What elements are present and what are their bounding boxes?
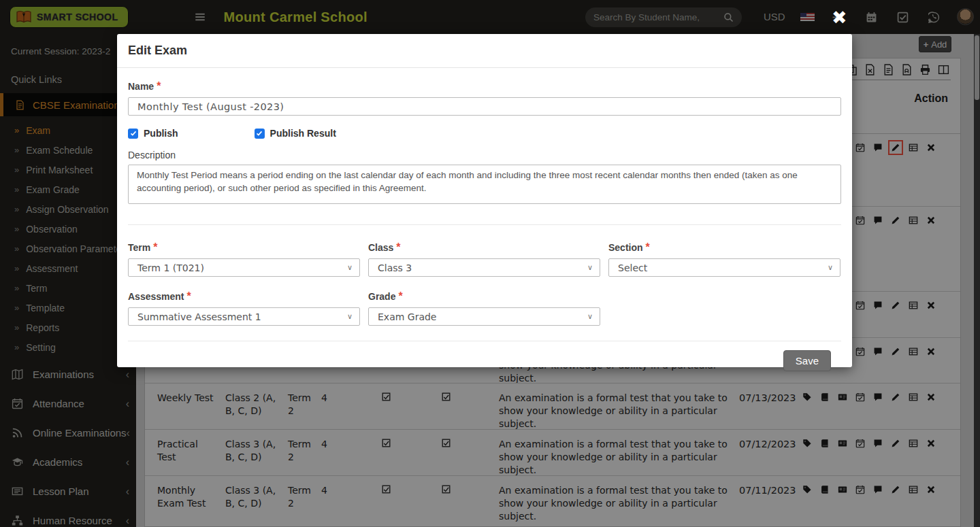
modal-header: Edit Exam <box>117 34 852 68</box>
class-select[interactable]: Class 3∨ <box>368 258 600 277</box>
chevron-down-icon: ∨ <box>347 263 353 272</box>
modal-body: Name* Publish Publish Result Description… <box>117 68 852 380</box>
description-field[interactable]: Monthly Test Period means a period endin… <box>128 165 841 204</box>
check-icon <box>130 130 137 137</box>
smart-school-app: SMART SCHOOL Mount Carmel School USD Cur… <box>0 0 980 527</box>
save-button[interactable]: Save <box>783 350 831 371</box>
modal-title: Edit Exam <box>128 44 187 57</box>
assessment-label: Assessment <box>128 291 184 302</box>
chevron-down-icon: ∨ <box>587 312 593 321</box>
chevron-down-icon: ∨ <box>828 263 833 272</box>
publish-checkbox-group: Publish <box>128 128 178 139</box>
publish-result-checkbox-group: Publish Result <box>255 128 336 139</box>
description-label: Description <box>128 150 841 160</box>
assessment-select[interactable]: Summative Assessment 1∨ <box>128 307 360 326</box>
modal-footer: Save <box>128 341 841 380</box>
publish-result-checkbox[interactable] <box>255 129 265 139</box>
grade-label: Grade <box>368 291 395 302</box>
section-label: Section <box>608 242 643 253</box>
required-marker: * <box>157 80 161 92</box>
section-divider <box>128 224 841 225</box>
term-select[interactable]: Term 1 (T021)∨ <box>128 258 360 277</box>
exam-name-field[interactable] <box>128 97 841 116</box>
modal-close-icon[interactable]: ✖ <box>832 8 847 27</box>
publish-label: Publish <box>144 128 178 139</box>
edit-exam-modal: Edit Exam Name* Publish Publish Result D… <box>117 34 852 367</box>
class-label: Class <box>368 242 393 253</box>
chevron-down-icon: ∨ <box>347 312 353 321</box>
publish-result-label: Publish Result <box>270 128 336 139</box>
name-label: Name <box>128 81 154 92</box>
publish-checkbox[interactable] <box>128 129 138 139</box>
grade-select[interactable]: Exam Grade∨ <box>368 307 600 326</box>
term-label: Term <box>128 242 150 253</box>
check-icon <box>256 130 263 137</box>
chevron-down-icon: ∨ <box>587 263 593 272</box>
section-select[interactable]: Select∨ <box>608 258 840 277</box>
